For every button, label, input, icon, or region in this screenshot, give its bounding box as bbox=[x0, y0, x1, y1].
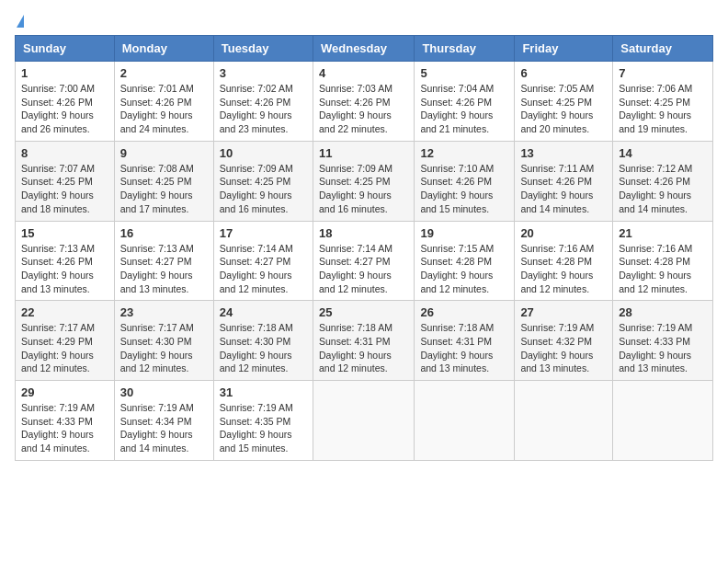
day-detail: Sunrise: 7:04 AMSunset: 4:26 PMDaylight:… bbox=[420, 82, 508, 136]
day-cell bbox=[313, 381, 414, 461]
day-cell: 9Sunrise: 7:08 AMSunset: 4:25 PMDaylight… bbox=[114, 141, 213, 221]
day-cell: 19Sunrise: 7:15 AMSunset: 4:28 PMDayligh… bbox=[415, 221, 515, 301]
day-detail: Sunrise: 7:17 AMSunset: 4:29 PMDaylight:… bbox=[21, 321, 108, 375]
day-cell: 7Sunrise: 7:06 AMSunset: 4:25 PMDaylight… bbox=[613, 62, 713, 142]
day-cell: 31Sunrise: 7:19 AMSunset: 4:35 PMDayligh… bbox=[213, 381, 313, 461]
weekday-header-row: SundayMondayTuesdayWednesdayThursdayFrid… bbox=[16, 36, 713, 62]
day-number: 2 bbox=[120, 66, 208, 80]
day-cell: 22Sunrise: 7:17 AMSunset: 4:29 PMDayligh… bbox=[16, 301, 115, 381]
day-detail: Sunrise: 7:05 AMSunset: 4:25 PMDaylight:… bbox=[520, 82, 607, 136]
day-number: 25 bbox=[319, 305, 408, 319]
day-detail: Sunrise: 7:13 AMSunset: 4:26 PMDaylight:… bbox=[21, 242, 108, 296]
day-detail: Sunrise: 7:18 AMSunset: 4:31 PMDaylight:… bbox=[420, 321, 508, 375]
day-number: 30 bbox=[120, 385, 208, 399]
weekday-header-friday: Friday bbox=[515, 36, 613, 62]
day-cell: 24Sunrise: 7:18 AMSunset: 4:30 PMDayligh… bbox=[213, 301, 313, 381]
day-cell: 15Sunrise: 7:13 AMSunset: 4:26 PMDayligh… bbox=[16, 221, 115, 301]
calendar-table: SundayMondayTuesdayWednesdayThursdayFrid… bbox=[15, 35, 713, 461]
day-detail: Sunrise: 7:19 AMSunset: 4:35 PMDaylight:… bbox=[220, 401, 307, 455]
week-row-2: 8Sunrise: 7:07 AMSunset: 4:25 PMDaylight… bbox=[16, 141, 713, 221]
day-cell: 6Sunrise: 7:05 AMSunset: 4:25 PMDaylight… bbox=[515, 62, 613, 142]
day-number: 24 bbox=[220, 305, 307, 319]
day-cell: 11Sunrise: 7:09 AMSunset: 4:25 PMDayligh… bbox=[313, 141, 414, 221]
day-detail: Sunrise: 7:00 AMSunset: 4:26 PMDaylight:… bbox=[21, 82, 108, 136]
day-cell: 25Sunrise: 7:18 AMSunset: 4:31 PMDayligh… bbox=[313, 301, 414, 381]
day-cell: 2Sunrise: 7:01 AMSunset: 4:26 PMDaylight… bbox=[114, 62, 213, 142]
day-number: 28 bbox=[619, 305, 707, 319]
weekday-header-saturday: Saturday bbox=[613, 36, 713, 62]
day-cell: 8Sunrise: 7:07 AMSunset: 4:25 PMDaylight… bbox=[16, 141, 115, 221]
day-number: 23 bbox=[120, 305, 208, 319]
day-cell: 12Sunrise: 7:10 AMSunset: 4:26 PMDayligh… bbox=[415, 141, 515, 221]
day-detail: Sunrise: 7:14 AMSunset: 4:27 PMDaylight:… bbox=[319, 242, 408, 296]
day-number: 19 bbox=[420, 226, 508, 240]
day-number: 13 bbox=[520, 146, 607, 160]
day-detail: Sunrise: 7:18 AMSunset: 4:31 PMDaylight:… bbox=[319, 321, 408, 375]
day-cell: 5Sunrise: 7:04 AMSunset: 4:26 PMDaylight… bbox=[415, 62, 515, 142]
day-number: 31 bbox=[220, 385, 307, 399]
logo-triangle-icon bbox=[17, 15, 24, 28]
day-cell: 17Sunrise: 7:14 AMSunset: 4:27 PMDayligh… bbox=[213, 221, 313, 301]
day-number: 11 bbox=[319, 146, 408, 160]
day-cell: 13Sunrise: 7:11 AMSunset: 4:26 PMDayligh… bbox=[515, 141, 613, 221]
day-cell bbox=[415, 381, 515, 461]
day-number: 6 bbox=[520, 66, 607, 80]
day-cell: 23Sunrise: 7:17 AMSunset: 4:30 PMDayligh… bbox=[114, 301, 213, 381]
day-cell bbox=[515, 381, 613, 461]
day-number: 20 bbox=[520, 226, 607, 240]
day-number: 16 bbox=[120, 226, 208, 240]
day-number: 21 bbox=[619, 226, 707, 240]
day-detail: Sunrise: 7:13 AMSunset: 4:27 PMDaylight:… bbox=[120, 242, 208, 296]
day-detail: Sunrise: 7:14 AMSunset: 4:27 PMDaylight:… bbox=[220, 242, 307, 296]
day-number: 18 bbox=[319, 226, 408, 240]
day-cell: 10Sunrise: 7:09 AMSunset: 4:25 PMDayligh… bbox=[213, 141, 313, 221]
day-cell: 29Sunrise: 7:19 AMSunset: 4:33 PMDayligh… bbox=[16, 381, 115, 461]
day-cell: 1Sunrise: 7:00 AMSunset: 4:26 PMDaylight… bbox=[16, 62, 115, 142]
day-detail: Sunrise: 7:18 AMSunset: 4:30 PMDaylight:… bbox=[220, 321, 307, 375]
day-cell: 18Sunrise: 7:14 AMSunset: 4:27 PMDayligh… bbox=[313, 221, 414, 301]
day-cell: 21Sunrise: 7:16 AMSunset: 4:28 PMDayligh… bbox=[613, 221, 713, 301]
weekday-header-thursday: Thursday bbox=[415, 36, 515, 62]
day-detail: Sunrise: 7:10 AMSunset: 4:26 PMDaylight:… bbox=[420, 162, 508, 216]
day-cell: 3Sunrise: 7:02 AMSunset: 4:26 PMDaylight… bbox=[213, 62, 313, 142]
day-number: 15 bbox=[21, 226, 108, 240]
weekday-header-wednesday: Wednesday bbox=[313, 36, 414, 62]
weekday-header-sunday: Sunday bbox=[16, 36, 115, 62]
day-detail: Sunrise: 7:09 AMSunset: 4:25 PMDaylight:… bbox=[319, 162, 408, 216]
day-number: 9 bbox=[120, 146, 208, 160]
day-cell bbox=[613, 381, 713, 461]
day-detail: Sunrise: 7:19 AMSunset: 4:33 PMDaylight:… bbox=[619, 321, 707, 375]
day-cell: 28Sunrise: 7:19 AMSunset: 4:33 PMDayligh… bbox=[613, 301, 713, 381]
day-detail: Sunrise: 7:12 AMSunset: 4:26 PMDaylight:… bbox=[619, 162, 707, 216]
day-detail: Sunrise: 7:11 AMSunset: 4:26 PMDaylight:… bbox=[520, 162, 607, 216]
day-detail: Sunrise: 7:17 AMSunset: 4:30 PMDaylight:… bbox=[120, 321, 208, 375]
day-number: 17 bbox=[220, 226, 307, 240]
logo bbox=[15, 15, 24, 28]
header bbox=[15, 15, 713, 28]
day-detail: Sunrise: 7:16 AMSunset: 4:28 PMDaylight:… bbox=[520, 242, 607, 296]
week-row-3: 15Sunrise: 7:13 AMSunset: 4:26 PMDayligh… bbox=[16, 221, 713, 301]
day-detail: Sunrise: 7:08 AMSunset: 4:25 PMDaylight:… bbox=[120, 162, 208, 216]
day-detail: Sunrise: 7:16 AMSunset: 4:28 PMDaylight:… bbox=[619, 242, 707, 296]
day-cell: 14Sunrise: 7:12 AMSunset: 4:26 PMDayligh… bbox=[613, 141, 713, 221]
day-cell: 30Sunrise: 7:19 AMSunset: 4:34 PMDayligh… bbox=[114, 381, 213, 461]
day-detail: Sunrise: 7:02 AMSunset: 4:26 PMDaylight:… bbox=[220, 82, 307, 136]
day-number: 27 bbox=[520, 305, 607, 319]
day-detail: Sunrise: 7:07 AMSunset: 4:25 PMDaylight:… bbox=[21, 162, 108, 216]
weekday-header-monday: Monday bbox=[114, 36, 213, 62]
day-number: 5 bbox=[420, 66, 508, 80]
day-detail: Sunrise: 7:06 AMSunset: 4:25 PMDaylight:… bbox=[619, 82, 707, 136]
day-number: 7 bbox=[619, 66, 707, 80]
day-cell: 20Sunrise: 7:16 AMSunset: 4:28 PMDayligh… bbox=[515, 221, 613, 301]
day-number: 10 bbox=[220, 146, 307, 160]
day-number: 8 bbox=[21, 146, 108, 160]
day-number: 22 bbox=[21, 305, 108, 319]
day-detail: Sunrise: 7:19 AMSunset: 4:34 PMDaylight:… bbox=[120, 401, 208, 455]
day-cell: 27Sunrise: 7:19 AMSunset: 4:32 PMDayligh… bbox=[515, 301, 613, 381]
day-number: 29 bbox=[21, 385, 108, 399]
day-cell: 26Sunrise: 7:18 AMSunset: 4:31 PMDayligh… bbox=[415, 301, 515, 381]
day-number: 14 bbox=[619, 146, 707, 160]
day-cell: 4Sunrise: 7:03 AMSunset: 4:26 PMDaylight… bbox=[313, 62, 414, 142]
day-detail: Sunrise: 7:19 AMSunset: 4:33 PMDaylight:… bbox=[21, 401, 108, 455]
day-detail: Sunrise: 7:19 AMSunset: 4:32 PMDaylight:… bbox=[520, 321, 607, 375]
